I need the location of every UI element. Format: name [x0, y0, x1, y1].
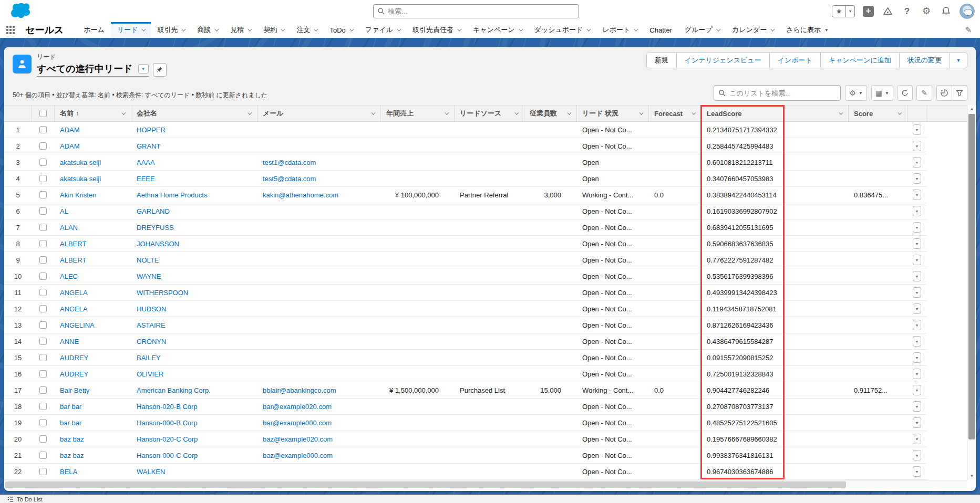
row-actions-dropdown-icon[interactable]: ▼	[913, 271, 921, 281]
column-header-source[interactable]: リードソース	[455, 106, 524, 121]
company-link[interactable]: GARLAND	[137, 207, 170, 215]
name-link[interactable]: ALEC	[60, 273, 78, 280]
column-header-forecast[interactable]: Forecast	[649, 106, 702, 121]
company-link[interactable]: EEEE	[137, 175, 155, 183]
name-link[interactable]: ANGELA	[60, 305, 88, 313]
nav-tab-グループ[interactable]: グループ	[678, 22, 726, 38]
company-link[interactable]: Hanson-000-B Corp	[137, 419, 198, 427]
row-checkbox[interactable]	[39, 289, 47, 296]
action-button-インポート[interactable]: インポート	[769, 53, 821, 68]
row-actions-dropdown-icon[interactable]: ▼	[913, 238, 921, 249]
display-as-table-icon[interactable]: ▦▼	[871, 85, 893, 101]
row-actions-dropdown-icon[interactable]: ▼	[913, 303, 921, 314]
name-link[interactable]: ALBERT	[60, 256, 86, 264]
nav-tab-注文[interactable]: 注文	[290, 22, 323, 38]
company-link[interactable]: Hanson-020-C Corp	[137, 435, 198, 443]
column-menu-chevron-icon[interactable]	[839, 110, 843, 114]
global-search-input[interactable]	[388, 7, 574, 15]
company-link[interactable]: WAYNE	[137, 273, 161, 280]
row-checkbox[interactable]	[39, 321, 47, 329]
row-actions-dropdown-icon[interactable]: ▼	[913, 369, 921, 379]
company-link[interactable]: WITHERSPOON	[137, 289, 188, 297]
column-menu-chevron-icon[interactable]	[639, 110, 643, 114]
row-actions-dropdown-icon[interactable]: ▼	[913, 255, 921, 265]
name-link[interactable]: AL	[60, 207, 68, 215]
edit-nav-pencil-icon[interactable]: ✎	[956, 22, 980, 38]
nav-tab-カレンダー[interactable]: カレンダー	[726, 22, 780, 38]
row-checkbox[interactable]	[39, 386, 47, 394]
row-checkbox[interactable]	[39, 354, 47, 361]
name-link[interactable]: Akin Kristen	[60, 191, 96, 199]
column-menu-chevron-icon[interactable]	[898, 110, 902, 114]
action-button-状況の変更[interactable]: 状況の変更	[899, 53, 950, 68]
row-checkbox[interactable]	[39, 370, 47, 378]
name-link[interactable]: bar bar	[60, 419, 81, 427]
name-link[interactable]: ALAN	[60, 224, 78, 232]
nav-tab-ダッシュボード[interactable]: ダッシュボード	[528, 22, 596, 38]
favorites-star-icon[interactable]: ★	[832, 5, 846, 17]
row-actions-dropdown-icon[interactable]: ▼	[913, 287, 921, 298]
name-link[interactable]: bar bar	[60, 403, 81, 411]
name-link[interactable]: akatsuka seiji	[60, 175, 101, 183]
list-view-title[interactable]: すべての進行中リード ▼	[37, 62, 149, 77]
row-actions-dropdown-icon[interactable]: ▼	[913, 190, 921, 200]
row-checkbox[interactable]	[39, 191, 47, 198]
nav-tab-Chatter[interactable]: Chatter	[643, 22, 678, 38]
company-link[interactable]: ASTAIRE	[137, 321, 166, 329]
scroll-down-arrow-icon[interactable]: ▼	[967, 472, 976, 480]
help-icon[interactable]: ?	[901, 5, 913, 17]
row-checkbox[interactable]	[39, 240, 47, 247]
nav-tab-さらに表示[interactable]: さらに表示▼	[780, 22, 835, 38]
app-launcher-icon[interactable]	[0, 22, 21, 38]
nav-tab-リード[interactable]: リード	[111, 22, 151, 38]
column-header-check[interactable]	[32, 106, 55, 121]
company-link[interactable]: BAILEY	[137, 354, 161, 362]
nav-tab-ToDo[interactable]: ToDo	[323, 22, 358, 38]
column-header-company[interactable]: 会社名	[131, 106, 257, 121]
company-link[interactable]: HUDSON	[137, 305, 166, 313]
row-checkbox[interactable]	[39, 175, 47, 182]
column-menu-chevron-icon[interactable]	[692, 110, 696, 114]
row-actions-dropdown-icon[interactable]: ▼	[913, 401, 921, 412]
vertical-scrollbar-thumb[interactable]	[968, 114, 975, 439]
name-link[interactable]: Bair Betty	[60, 386, 89, 394]
setup-gear-icon[interactable]: ⚙	[921, 5, 932, 17]
name-link[interactable]: BELA	[60, 468, 77, 476]
more-actions-dropdown-icon[interactable]: ▼	[950, 53, 967, 68]
name-link[interactable]: ADAM	[60, 126, 80, 134]
column-header-actions[interactable]	[907, 106, 926, 121]
company-link[interactable]: Hanson-020-B Corp	[137, 403, 198, 411]
row-checkbox[interactable]	[39, 435, 47, 443]
row-checkbox[interactable]	[39, 256, 47, 264]
row-checkbox[interactable]	[39, 468, 47, 475]
column-header-status[interactable]: リード 状況	[577, 106, 649, 121]
name-link[interactable]: baz baz	[60, 452, 84, 459]
row-checkbox[interactable]	[39, 142, 47, 150]
column-header-score[interactable]: Score	[849, 106, 907, 121]
row-checkbox[interactable]	[39, 338, 47, 345]
nav-tab-ファイル[interactable]: ファイル	[359, 22, 406, 38]
name-link[interactable]: ANGELINA	[60, 321, 95, 329]
company-link[interactable]: American Banking Corp.	[137, 386, 211, 394]
nav-tab-契約[interactable]: 契約	[257, 22, 290, 38]
email-link[interactable]: bblair@abankingco.com	[263, 386, 336, 394]
row-actions-dropdown-icon[interactable]: ▼	[913, 352, 921, 363]
name-link[interactable]: akatsuka seiji	[60, 159, 101, 166]
edit-list-pencil-icon[interactable]: ✎	[916, 85, 932, 101]
row-actions-dropdown-icon[interactable]: ▼	[913, 450, 921, 460]
email-link[interactable]: bar@example000.com	[263, 419, 332, 427]
list-search-input[interactable]	[729, 89, 835, 97]
row-actions-dropdown-icon[interactable]: ▼	[913, 336, 921, 347]
row-checkbox[interactable]	[39, 452, 47, 459]
list-view-selector-chevron-icon[interactable]: ▼	[138, 64, 149, 74]
nav-tab-取引先[interactable]: 取引先	[151, 22, 191, 38]
name-link[interactable]: ANGELA	[60, 289, 88, 297]
email-link[interactable]: test1@cdata.com	[263, 159, 316, 166]
row-checkbox[interactable]	[39, 159, 47, 166]
company-link[interactable]: Hanson-000-C Corp	[137, 452, 198, 459]
company-link[interactable]: Aethna Home Products	[137, 191, 207, 199]
company-link[interactable]: GRANT	[137, 142, 161, 150]
email-link[interactable]: bar@example020.com	[263, 403, 332, 411]
row-actions-dropdown-icon[interactable]: ▼	[913, 157, 921, 167]
column-menu-chevron-icon[interactable]	[567, 110, 571, 114]
